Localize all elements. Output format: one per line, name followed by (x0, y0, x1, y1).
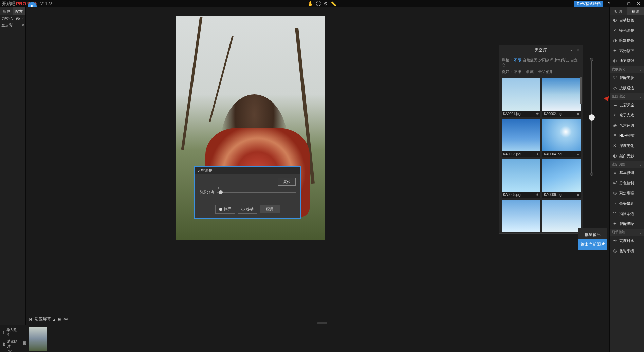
adjust-label: HDR特效 (619, 133, 635, 138)
star-icon[interactable]: ★ (536, 152, 539, 156)
sky-item[interactable]: KA0001.jpg★ (502, 78, 540, 117)
hand-tool-icon[interactable]: ✋ (308, 1, 313, 6)
filmstrip-thumbnail[interactable] (29, 327, 47, 351)
section-skin[interactable]: 皮肤美化⌄ (610, 66, 644, 73)
style-opt-1[interactable]: 自然蓝天 (522, 58, 537, 62)
adjust-icon: ⸬ (612, 211, 617, 216)
style-opt-2[interactable]: 夕阳余晖 (538, 58, 553, 62)
sync-preset-button[interactable]: 同步配方 (21, 325, 28, 352)
crop-tool-icon[interactable]: ⛶ (316, 1, 321, 6)
adjust-item[interactable]: ☀曝光调整 (610, 25, 644, 35)
sky-item[interactable]: KA0006.jpg★ (542, 159, 581, 198)
section-advanced[interactable]: 进阶调整⌄ (610, 161, 644, 168)
eye-icon[interactable]: 👁 (63, 317, 68, 322)
adjust-icon: ✕ (612, 143, 617, 148)
adjust-item[interactable]: ☁云彩天空 (610, 100, 644, 110)
import-photo-button[interactable]: ⇩导入照片 (1, 327, 20, 338)
sky-item[interactable]: KA0005.jpg★ (502, 159, 540, 198)
star-icon[interactable]: ★ (536, 192, 539, 197)
apply-button[interactable]: 应用 (260, 205, 280, 213)
export-current-button[interactable]: 输出当前照片 (578, 239, 607, 250)
slider-thumb[interactable] (219, 190, 223, 194)
adjust-item[interactable]: ◎通透增强 (610, 56, 644, 66)
adjust-item[interactable]: ◎聚焦增强 (610, 188, 644, 198)
adjust-item[interactable]: ✦高光修正 (610, 45, 644, 56)
chevron-down-icon[interactable]: ⌄ (570, 47, 573, 52)
sky-item[interactable]: KA0003.jpg★ (502, 119, 540, 157)
fav-opt-0[interactable]: 不限 (514, 70, 521, 74)
tab-fine-adjust[interactable]: 精调 (627, 7, 644, 15)
minimize-icon[interactable]: — (615, 1, 623, 6)
slider-value: 0 (218, 186, 220, 190)
adjust-item[interactable]: ✦智能降噪 (610, 219, 644, 229)
clear-photo-button[interactable]: 🗑清空照片 (1, 338, 20, 350)
sky-item[interactable] (502, 200, 540, 232)
adjust-icon: ☀ (612, 238, 617, 243)
star-icon[interactable]: ★ (576, 112, 580, 116)
close-icon[interactable]: ✕ (576, 47, 580, 52)
adjust-item[interactable]: ◉艺术色调 (610, 120, 644, 130)
star-icon[interactable]: ★ (576, 192, 580, 197)
style-opt-3[interactable]: 梦幻彩云 (554, 58, 569, 62)
raw-convert-button[interactable]: RAW格式转档 (574, 1, 603, 7)
adjust-item[interactable]: ◎色彩平衡 (610, 246, 644, 256)
zoom-in-icon[interactable]: ⊕ (57, 317, 61, 322)
adjust-item[interactable]: ◐自动校色 (610, 15, 644, 25)
adjust-icon: ✧ (612, 113, 617, 117)
panel-drag-handle[interactable] (317, 322, 327, 324)
history-row-2[interactable]: 空云彩 × (0, 22, 25, 29)
help-icon[interactable]: ? (607, 1, 612, 6)
close-icon[interactable]: × (22, 16, 24, 20)
close-icon[interactable]: × (22, 23, 24, 27)
history-row-1[interactable]: 力校色 95 × (0, 15, 25, 22)
star-icon[interactable]: ★ (576, 152, 580, 156)
close-icon[interactable]: ✕ (635, 1, 642, 6)
adjust-item[interactable]: ✕深度美化 (610, 141, 644, 151)
adjust-item[interactable]: ◐黑白光影 (610, 151, 644, 161)
tab-history[interactable]: 历史 (0, 7, 13, 15)
chevron-up-icon[interactable]: ▴ (53, 317, 55, 322)
adjust-label: 亮度对比 (619, 238, 634, 243)
sky-item[interactable]: KA0004.jpg★ (542, 119, 581, 157)
adjust-label: 基本影调 (619, 170, 634, 175)
adjust-item[interactable]: ⸬消除紫边 (610, 208, 644, 219)
foreground-separate-slider[interactable]: 0 (217, 192, 296, 193)
slider-label: 前景分离 (199, 190, 217, 195)
maximize-icon[interactable]: □ (626, 1, 632, 6)
adjust-icon: ≡ (612, 133, 617, 138)
page-indicator: 1/1 (1, 350, 20, 352)
adjust-item[interactable]: ◇皮肤通透 (610, 83, 644, 93)
zoom-fit-label[interactable]: 适应屏幕 (35, 316, 51, 322)
sky-item[interactable]: KA0002.jpg★ (542, 78, 581, 117)
radio-grab[interactable]: 抓手 (215, 205, 235, 214)
style-opt-0[interactable]: 不限 (514, 58, 521, 62)
scrollbar-thumb[interactable] (580, 77, 582, 104)
section-detail[interactable]: 细节控制⌄ (610, 229, 644, 236)
star-icon[interactable]: ★ (536, 112, 539, 116)
reset-button[interactable]: 复位 (278, 178, 296, 186)
adjust-item[interactable]: ✧粒子光效 (610, 110, 644, 120)
tab-basic-adjust[interactable]: 初调 (610, 7, 627, 15)
fav-opt-2[interactable]: 最近使用 (538, 70, 553, 74)
adjust-item[interactable]: ○镜头晕影 (610, 198, 644, 208)
compare-slider[interactable] (588, 59, 595, 174)
section-atmosphere[interactable]: 氛围渲染⌄ (610, 93, 644, 100)
adjust-label: 深度美化 (619, 143, 634, 148)
gear-icon[interactable]: ⚙ (324, 1, 328, 6)
ruler-icon[interactable]: 📏 (331, 1, 336, 6)
slider-endpoint (590, 58, 593, 61)
slider-thumb[interactable] (589, 114, 595, 121)
adjust-item[interactable]: ///分色控制 (610, 178, 644, 188)
sky-item[interactable] (542, 200, 581, 232)
adjust-item[interactable]: ≡HDR特效 (610, 130, 644, 141)
logo-text-1: 开贴吧 (2, 1, 15, 7)
adjust-item[interactable]: ☀亮度对比 (610, 236, 644, 246)
tab-preset[interactable]: 配方 (13, 7, 26, 15)
adjust-item[interactable]: ♡智能美肤 (610, 73, 644, 83)
fav-opt-1[interactable]: 收藏 (526, 70, 534, 74)
zoom-out-icon[interactable]: ⊖ (29, 317, 33, 322)
adjust-item[interactable]: ≡基本影调 (610, 168, 644, 178)
top-bar: 开贴吧 PRO 增补版 V11.28 ✋ ⛶ ⚙ 📏 RAW格式转档 ? — □… (0, 0, 644, 7)
adjust-item[interactable]: ◑暗部提亮 (610, 35, 644, 45)
radio-move[interactable]: 移动 (238, 205, 257, 214)
